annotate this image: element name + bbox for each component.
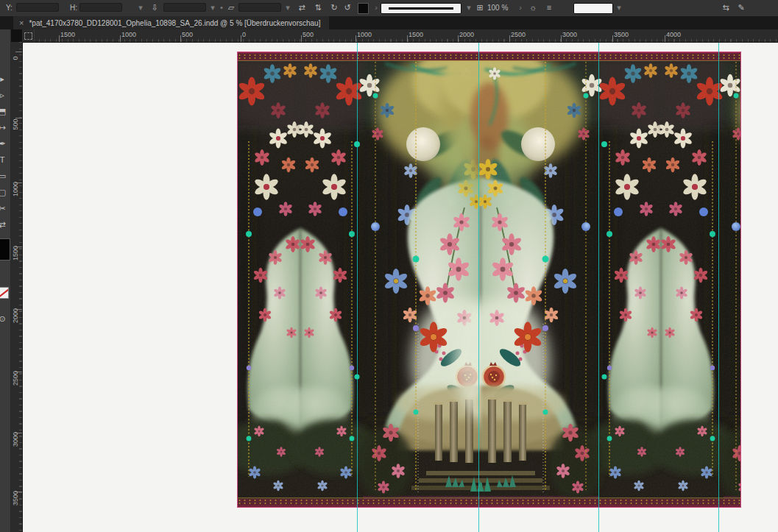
pasteboard[interactable]	[22, 42, 778, 532]
chevron-down-icon[interactable]: ▾	[135, 1, 146, 14]
stroke-line	[389, 7, 453, 10]
opacity-value[interactable]: 100 %	[487, 4, 508, 12]
ruler-tick-label: 500	[182, 31, 193, 38]
tools-panel: ▸▹⬒↦✒T▭▢✂⇄⊙	[0, 29, 11, 532]
boxed-down-arrow-icon[interactable]: ⇩	[149, 1, 160, 14]
direct-selection-tool-icon[interactable]: ▹	[0, 90, 10, 100]
ruler-tick	[612, 35, 613, 42]
y-field[interactable]	[16, 3, 59, 12]
ruler-tick	[241, 35, 241, 42]
stroke-style-dropdown[interactable]	[381, 3, 462, 14]
chevron-down-icon[interactable]: ▾	[613, 1, 625, 14]
scale-field[interactable]	[163, 3, 206, 12]
ruler-tick-label: 1500	[60, 31, 75, 38]
ruler-tick	[301, 35, 302, 42]
ruler-tick-label: 500	[303, 31, 314, 38]
selection-tool-icon[interactable]: ▸	[0, 74, 10, 84]
ruler-tick-label: 3500	[614, 31, 629, 38]
stroke-grid-icon[interactable]: ⊞	[474, 1, 486, 14]
rotate-ccw-icon[interactable]: ↺	[342, 1, 353, 14]
flip-vertical-icon[interactable]: ⇅	[312, 1, 324, 14]
ruler-tick-label: 1500	[12, 237, 19, 269]
type-tool-icon[interactable]: T	[0, 155, 10, 165]
ruler-tick	[407, 35, 408, 42]
swap-panels-icon[interactable]: ⇆	[720, 1, 732, 14]
ruler-tick-label: 1000	[121, 31, 136, 38]
ruler-tick-label: 1000	[357, 31, 372, 38]
ruler-tick-label: 2000	[12, 299, 19, 332]
rotate-cw-icon[interactable]: ↻	[328, 1, 340, 14]
h-field-label: H:	[70, 4, 77, 12]
guide-line[interactable]	[598, 42, 599, 532]
flip-horizontal-icon[interactable]: ⇄	[296, 1, 308, 14]
align-icon[interactable]: ≡	[543, 1, 555, 14]
ruler-tick-label: 3000	[562, 31, 577, 38]
shear-icon[interactable]: ▱	[225, 1, 237, 14]
ruler-tick	[120, 35, 121, 42]
scissors-tool-icon[interactable]: ✂	[0, 203, 10, 213]
ruler-tick-label: 1000	[12, 173, 19, 205]
vertical-ruler[interactable]: 0500100015002000250030003500	[10, 42, 23, 532]
ruler-tick-label: 500	[12, 108, 19, 141]
zoom-tool-icon[interactable]: ⊙	[0, 313, 10, 324]
ruler-tick	[509, 35, 510, 42]
document-page[interactable]	[237, 52, 741, 508]
effects-icon[interactable]: ☼	[527, 1, 539, 14]
fill-color-dropdown[interactable]	[573, 3, 613, 14]
ruler-tick	[356, 35, 356, 42]
artwork-image[interactable]	[237, 52, 741, 508]
free-transform-tool-icon[interactable]: ⇄	[0, 219, 10, 230]
document-title: *pat_4170x3780_DD128001_Ophelia_10898_SA…	[29, 19, 320, 27]
ruler-tick-label: 0	[242, 31, 246, 38]
ruler-tick-label: 3500	[12, 482, 19, 514]
ruler-tick-label: 4000	[666, 31, 681, 38]
gap-tool-icon[interactable]: ↦	[0, 122, 10, 132]
ruler-tick	[665, 35, 665, 42]
ruler-tick	[180, 35, 181, 42]
chevron-down-icon[interactable]: ▾	[282, 1, 294, 14]
close-icon[interactable]: ×	[19, 16, 24, 29]
h-field[interactable]	[79, 3, 122, 12]
guide-line[interactable]	[718, 42, 719, 532]
y-field-label: Y:	[6, 4, 13, 12]
document-tab-bar: × *pat_4170x3780_DD128001_Ophelia_10898_…	[0, 16, 778, 29]
rectangle-tool-icon[interactable]: ▢	[0, 187, 10, 197]
chevron-down-icon[interactable]: ▾	[463, 1, 475, 14]
expander-icon[interactable]: ›	[514, 1, 526, 14]
stroke-proxy-swatch[interactable]	[0, 287, 9, 299]
ruler-tick-label: 2000	[459, 31, 474, 38]
ruler-tick	[561, 35, 562, 42]
ruler-tick-label: 3000	[12, 423, 19, 455]
page-tool-icon[interactable]: ⬒	[0, 106, 10, 116]
pen-tool-icon[interactable]: ✒	[0, 138, 10, 149]
fill-proxy-swatch[interactable]	[0, 238, 10, 260]
ruler-tick-label: 2500	[12, 362, 19, 394]
fill-swatch-black[interactable]	[358, 3, 369, 14]
edit-original-icon[interactable]: ✎	[735, 1, 747, 14]
ruler-tick	[458, 35, 459, 42]
options-toolbar: Y: H: ▾ ⇩ ▾ • ▱ ▾ ⇄ ⇅ ↻ ↺ › ▾ ⊞ 100 % › …	[0, 0, 778, 17]
guide-line[interactable]	[357, 42, 358, 532]
frame-tool-icon[interactable]: ▭	[0, 171, 10, 181]
horizontal-ruler[interactable]: 1500100050005001000150020002500300035004…	[22, 29, 778, 43]
ruler-tick-label: 0	[12, 42, 19, 74]
guide-line[interactable]	[478, 42, 479, 532]
ruler-tick-label: 1500	[409, 31, 423, 38]
ruler-tick	[59, 35, 60, 42]
ruler-origin-box[interactable]	[22, 29, 35, 43]
document-tab[interactable]: × *pat_4170x3780_DD128001_Ophelia_10898_…	[13, 16, 329, 29]
shear-field[interactable]	[238, 3, 281, 12]
ruler-tick-label: 2500	[511, 31, 526, 38]
